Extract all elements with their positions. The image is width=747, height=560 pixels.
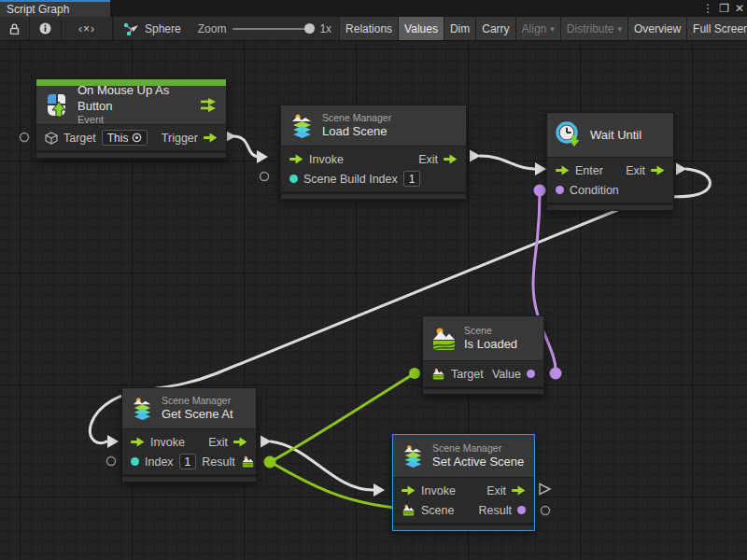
tab-bar: Script Graph ⋮ ❐ ✕ xyxy=(0,0,747,17)
wait-until-clock-icon xyxy=(556,121,583,148)
bool-port-dot xyxy=(556,186,564,194)
port-waituntil-condition-in[interactable] xyxy=(534,185,546,197)
port-waituntil-enter-in[interactable] xyxy=(535,162,546,175)
port-setactive-result-out-empty[interactable] xyxy=(542,507,550,515)
tab-script-graph[interactable]: Script Graph xyxy=(0,0,110,17)
node-title: On Mouse Up As Button xyxy=(78,83,192,114)
flow-arrow-icon xyxy=(556,165,570,175)
port-loadscene-index-in-empty[interactable] xyxy=(261,173,269,181)
node-title: Is Loaded xyxy=(464,337,517,352)
invoke-port-label: Invoke xyxy=(421,484,456,497)
scene-mini-icon xyxy=(241,455,255,468)
scene-manager-icon xyxy=(402,444,425,469)
scene-result-port-dot xyxy=(517,506,526,514)
node-is-loaded[interactable]: Scene Is Loaded Target Value xyxy=(422,315,544,395)
target-port-label: Target xyxy=(63,132,96,145)
node-load-scene[interactable]: Scene Manager Load Scene Invoke Exit Sce… xyxy=(280,105,467,200)
toolbar-toggles: Relations Values Dim Carry Align▾ Distri… xyxy=(339,17,747,40)
zoom-slider[interactable] xyxy=(233,28,313,30)
lock-button[interactable] xyxy=(0,17,30,40)
flow-arrow-icon xyxy=(402,485,416,496)
toggle-carry[interactable]: Carry xyxy=(475,17,514,40)
node-footer xyxy=(393,523,534,530)
node-category: Scene Manager xyxy=(322,112,391,124)
toggle-dim[interactable]: Dim xyxy=(444,17,475,40)
menu-align[interactable]: Align▾ xyxy=(515,17,560,40)
node-title: Get Scene At xyxy=(162,407,233,422)
invoke-port-label: Invoke xyxy=(309,153,344,166)
toggle-overview[interactable]: Overview xyxy=(627,17,686,40)
graph-selector[interactable]: Sphere xyxy=(114,17,190,40)
scene-manager-icon xyxy=(289,113,315,139)
kebab-menu-icon[interactable]: ⋮ xyxy=(702,2,713,15)
zoom-slider-knob[interactable] xyxy=(304,23,315,34)
condition-port-label: Condition xyxy=(570,184,619,197)
toggle-relations[interactable]: Relations xyxy=(339,17,398,40)
exit-port-label: Exit xyxy=(418,153,438,166)
port-getsceneat-exit-out[interactable] xyxy=(261,436,272,448)
node-wait-until[interactable]: Wait Until Enter Exit Condition xyxy=(546,112,674,211)
port-setactive-invoke-in[interactable] xyxy=(374,483,385,497)
exit-port-label: Exit xyxy=(486,484,506,497)
int-port-dot xyxy=(131,457,139,466)
node-category: Scene Manager xyxy=(162,395,233,407)
port-getsceneat-invoke-in[interactable] xyxy=(107,435,119,448)
node-footer xyxy=(122,474,256,482)
index-value-field[interactable]: 1 xyxy=(179,454,197,469)
value-port-label: Value xyxy=(492,368,521,381)
node-on-mouse-up-as-button[interactable]: On Mouse Up As Button Event Target Th xyxy=(35,78,227,159)
index-port-label: Index xyxy=(145,455,174,469)
node-title: Wait Until xyxy=(590,128,641,142)
flow-arrow-icon xyxy=(233,437,247,447)
scene-build-index-field[interactable]: 1 xyxy=(403,171,421,187)
node-footer xyxy=(547,203,673,210)
flow-arrow-icon xyxy=(204,133,218,143)
port-loadscene-invoke-in[interactable] xyxy=(257,150,268,163)
toggle-values[interactable]: Values xyxy=(398,17,444,40)
node-footer xyxy=(281,191,466,199)
port-loadscene-exit-out[interactable] xyxy=(470,150,481,162)
node-category: Scene xyxy=(464,325,517,337)
chevron-down-icon: ▾ xyxy=(550,24,555,34)
scene-port-label: Scene xyxy=(421,504,454,517)
graph-toolbar: ‹×› Sphere Zoom 1x Relations Values Dim … xyxy=(0,17,747,41)
graph-canvas[interactable]: On Mouse Up As Button Event Target Th xyxy=(0,41,747,560)
graph-name-label: Sphere xyxy=(145,22,181,35)
port-isloaded-target-in[interactable] xyxy=(409,368,420,379)
info-button[interactable] xyxy=(30,17,62,40)
maximize-icon[interactable]: ❐ xyxy=(719,2,729,15)
object-picker-icon[interactable] xyxy=(132,133,142,143)
code-icon: ‹×› xyxy=(78,22,95,35)
close-icon[interactable]: ✕ xyxy=(735,2,744,15)
node-footer xyxy=(36,150,226,158)
menu-distribute[interactable]: Distribute▾ xyxy=(560,17,627,40)
port-getsceneat-index-in-empty[interactable] xyxy=(107,457,116,466)
scene-manager-icon xyxy=(131,397,154,421)
gameobject-cube-icon xyxy=(45,132,58,145)
port-setactive-exit-out-empty[interactable] xyxy=(540,484,550,495)
node-get-scene-at[interactable]: Scene Manager Get Scene At Invoke Exit I… xyxy=(121,387,257,483)
unity-script-graph-window: Script Graph ⋮ ❐ ✕ ‹×› xyxy=(0,0,747,560)
result-port-label: Result xyxy=(202,455,234,469)
port-waituntil-exit-out[interactable] xyxy=(676,163,687,175)
lock-icon xyxy=(9,23,20,35)
enter-port-label: Enter xyxy=(575,164,603,177)
target-value-field[interactable]: This xyxy=(102,130,148,146)
node-set-active-scene[interactable]: Scene Manager Set Active Scene Invoke Ex… xyxy=(392,434,535,531)
target-port-label: Target xyxy=(451,368,484,381)
port-getsceneat-result-out[interactable] xyxy=(264,456,276,469)
wire-getsceneat-to-setactive xyxy=(271,441,374,490)
info-icon xyxy=(39,22,51,35)
int-port-dot xyxy=(289,175,298,183)
chevron-down-icon: ▾ xyxy=(618,24,623,34)
edit-script-button[interactable]: ‹×› xyxy=(62,17,113,40)
mouse-up-icon xyxy=(45,92,70,118)
port-mouseup-target-in-empty[interactable] xyxy=(21,133,29,142)
flow-arrow-icon xyxy=(444,154,458,164)
flow-arrow-icon xyxy=(289,154,303,164)
scene-mini-icon xyxy=(402,504,416,516)
scene-mini-icon xyxy=(431,368,445,380)
result-port-label: Result xyxy=(479,504,512,517)
port-isloaded-value-out[interactable] xyxy=(550,368,562,380)
toggle-full-screen[interactable]: Full Screen xyxy=(686,17,747,40)
